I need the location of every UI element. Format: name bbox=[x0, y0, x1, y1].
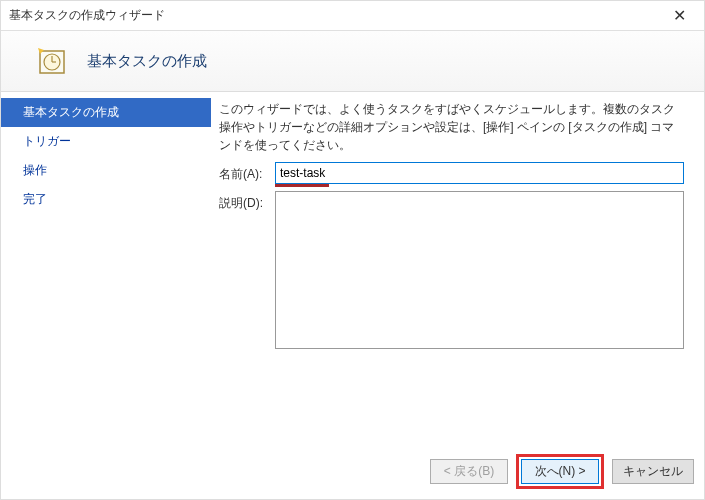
back-button: < 戻る(B) bbox=[430, 459, 508, 484]
clock-icon bbox=[35, 45, 67, 77]
name-label: 名前(A): bbox=[219, 162, 275, 183]
description-input[interactable] bbox=[275, 191, 684, 349]
window-title: 基本タスクの作成ウィザード bbox=[9, 7, 165, 24]
sidebar-item-trigger[interactable]: トリガー bbox=[1, 127, 211, 156]
sidebar-item-label: トリガー bbox=[23, 134, 71, 148]
wizard-window: 基本タスクの作成ウィザード ✕ 基本タスクの作成 基本タスクの作成 トリガー 操… bbox=[0, 0, 705, 500]
button-bar: < 戻る(B) 次へ(N) > キャンセル bbox=[1, 448, 704, 499]
wizard-main: このウィザードでは、よく使うタスクをすばやくスケジュールします。複数のタスク操作… bbox=[211, 92, 704, 448]
titlebar: 基本タスクの作成ウィザード ✕ bbox=[1, 1, 704, 31]
wizard-body: 基本タスクの作成 トリガー 操作 完了 このウィザードでは、よく使うタスクをすば… bbox=[1, 91, 704, 448]
annotation-next-highlight: 次へ(N) > bbox=[516, 454, 604, 489]
sidebar-item-label: 操作 bbox=[23, 163, 47, 177]
spacer bbox=[219, 355, 684, 444]
next-button[interactable]: 次へ(N) > bbox=[521, 459, 599, 484]
instructions-text: このウィザードでは、よく使うタスクをすばやくスケジュールします。複数のタスク操作… bbox=[219, 100, 684, 154]
annotation-underline bbox=[275, 184, 329, 187]
name-input[interactable] bbox=[275, 162, 684, 184]
description-row: 説明(D): bbox=[219, 191, 684, 349]
sidebar: 基本タスクの作成 トリガー 操作 完了 bbox=[1, 92, 211, 448]
wizard-header-title: 基本タスクの作成 bbox=[87, 52, 207, 71]
sidebar-item-label: 基本タスクの作成 bbox=[23, 105, 119, 119]
description-label: 説明(D): bbox=[219, 191, 275, 212]
wizard-header: 基本タスクの作成 bbox=[1, 31, 704, 91]
sidebar-item-create-basic-task[interactable]: 基本タスクの作成 bbox=[1, 98, 211, 127]
sidebar-item-finish[interactable]: 完了 bbox=[1, 185, 211, 214]
name-row: 名前(A): bbox=[219, 162, 684, 184]
close-icon[interactable]: ✕ bbox=[663, 2, 696, 29]
sidebar-item-action[interactable]: 操作 bbox=[1, 156, 211, 185]
cancel-button[interactable]: キャンセル bbox=[612, 459, 694, 484]
sidebar-item-label: 完了 bbox=[23, 192, 47, 206]
